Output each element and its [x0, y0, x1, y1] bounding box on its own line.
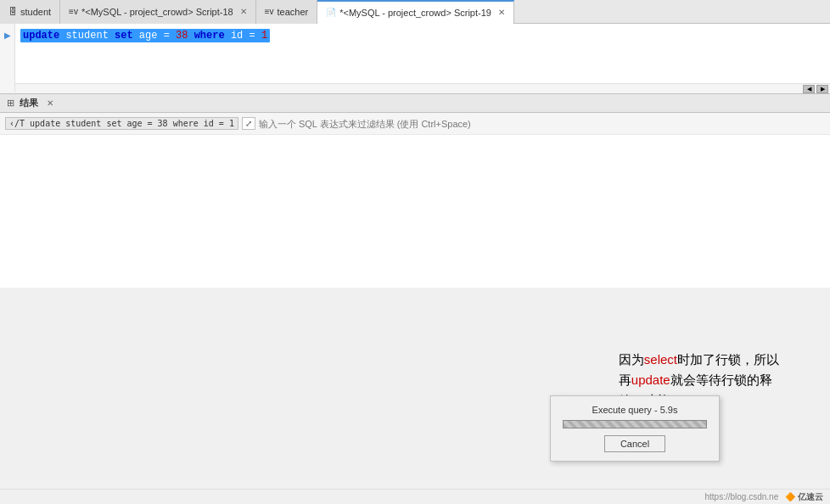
results-panel-close[interactable]: ✕: [47, 98, 53, 108]
filter-input[interactable]: [259, 116, 825, 132]
progress-dialog: Execute query - 5.9s Cancel: [550, 395, 720, 462]
code-table: student: [65, 30, 115, 42]
annotation-line1-black2: 时加了行锁，所以: [677, 352, 779, 367]
annotation-select-red: select: [644, 352, 677, 367]
tab-script19[interactable]: 📄 *<MySQL - project_crowd> Script-19 ✕: [317, 0, 514, 24]
annotation-line1-black1: 因为: [619, 352, 644, 367]
watermark-bar: https://blog.csdn.ne 🔶 亿速云: [0, 489, 830, 504]
tab-script19-label: *<MySQL - project_crowd> Script-19: [339, 8, 491, 18]
watermark-url: https://blog.csdn.ne: [704, 492, 778, 501]
kw-set: set: [115, 30, 133, 42]
code-condition: id =: [231, 30, 261, 42]
progress-bar-container: [563, 420, 707, 428]
code-id-num: 1: [261, 30, 267, 42]
editor-area: ▶ update student set age = 38 where id =…: [0, 24, 830, 93]
cancel-button[interactable]: Cancel: [604, 435, 665, 452]
database-icon: 🗄: [8, 7, 17, 16]
file-icon-19: 📄: [326, 8, 336, 17]
tab-teacher-label: teacher: [278, 7, 309, 17]
annotation-line2-black2: 就会等待行锁的释: [670, 372, 772, 387]
progress-bar-fill: [564, 421, 706, 428]
editor-content[interactable]: update student set age = 38 where id = 1: [15, 24, 830, 83]
results-empty-area: [0, 135, 830, 288]
kw-update: update: [23, 30, 59, 42]
tab-script18-label: *<MySQL - project_crowd> Script-18: [81, 7, 233, 17]
results-toolbar: ‹/T update student set age = 38 where id…: [0, 113, 830, 135]
results-query-tag: ‹/T update student set age = 38 where id…: [5, 117, 238, 130]
code-field: age =: [139, 30, 176, 42]
tab-student[interactable]: 🗄 student: [0, 0, 60, 24]
watermark-logo: 🔶 亿速云: [785, 491, 823, 503]
tab-script19-close[interactable]: ✕: [498, 8, 505, 17]
progress-label: Execute query - 5.9s: [563, 405, 707, 415]
results-header: ⊞ 结果 ✕: [0, 94, 830, 113]
scroll-left-btn[interactable]: ◀: [803, 85, 815, 93]
code-selected-text: update student set age = 38 where id = 1: [20, 29, 270, 42]
tab-script18-close[interactable]: ✕: [240, 7, 247, 16]
database-icon-teacher: ≡v: [265, 7, 274, 16]
code-num: 38: [176, 30, 188, 42]
results-grid-icon: ⊞: [7, 98, 14, 109]
tab-bar: 🗄 student ≡v *<MySQL - project_crowd> Sc…: [0, 0, 830, 24]
results-panel: ⊞ 结果 ✕ ‹/T update student set age = 38 w…: [0, 93, 830, 288]
filter-expand-button[interactable]: ⤢: [242, 117, 255, 130]
kw-where: where: [194, 30, 225, 42]
editor-scrollbar: ◀ ▶: [0, 83, 830, 93]
tab-script18[interactable]: ≡v *<MySQL - project_crowd> Script-18 ✕: [60, 0, 256, 24]
file-icon-18: ≡v: [69, 7, 78, 16]
tab-student-label: student: [20, 7, 51, 17]
annotation-update-red: update: [631, 372, 670, 387]
tab-teacher[interactable]: ≡v teacher: [256, 0, 318, 24]
run-arrow[interactable]: ▶: [4, 27, 11, 44]
scroll-right-btn[interactable]: ▶: [816, 85, 828, 93]
code-line-1: update student set age = 38 where id = 1: [20, 27, 825, 44]
results-title: 结果: [20, 97, 38, 109]
editor-gutter: ▶: [0, 24, 15, 92]
annotation-line2-black1: 再: [619, 372, 631, 387]
